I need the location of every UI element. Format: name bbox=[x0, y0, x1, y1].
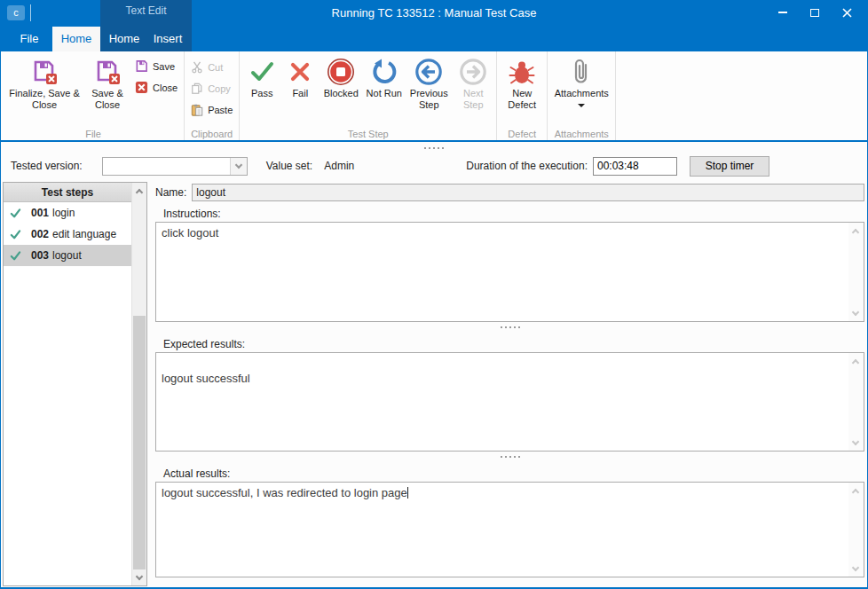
actual-results-textbox[interactable]: logout successful, I was redirected to l… bbox=[155, 482, 864, 577]
close-file-button[interactable]: Close bbox=[131, 79, 181, 96]
paperclip-icon bbox=[568, 56, 595, 88]
instructions-textbox[interactable]: click logout bbox=[155, 222, 864, 322]
ribbon-splitter-handle[interactable] bbox=[1, 142, 867, 153]
new-defect-button[interactable]: New Defect bbox=[500, 53, 544, 111]
finalize-save-close-icon bbox=[30, 56, 59, 88]
scrollbar-thumb[interactable] bbox=[133, 316, 146, 569]
scroll-down-arrow[interactable] bbox=[132, 570, 146, 585]
scroll-down-arrow[interactable] bbox=[848, 562, 863, 575]
name-label: Name: bbox=[155, 186, 186, 199]
save-close-button[interactable]: Save & Close bbox=[83, 53, 131, 111]
step-passed-check-icon bbox=[10, 250, 21, 262]
group-label-test-step: Test Step bbox=[240, 129, 496, 139]
group-label-attachments: Attachments bbox=[548, 129, 615, 139]
actual-results-label: Actual results: bbox=[163, 467, 864, 480]
next-step-label: Next Step bbox=[453, 88, 493, 111]
scroll-up-arrow[interactable] bbox=[848, 224, 863, 237]
test-step-row-002[interactable]: 002 edit language bbox=[4, 224, 131, 245]
step-number: 001 bbox=[31, 207, 49, 219]
scroll-down-arrow[interactable] bbox=[848, 307, 863, 319]
tab-file[interactable]: File bbox=[8, 27, 51, 51]
tab-contextual-home[interactable]: Home bbox=[103, 27, 146, 51]
value-set-value: Admin bbox=[324, 160, 354, 172]
attachments-dropdown-icon[interactable] bbox=[578, 104, 585, 107]
ribbon-group-attachments: Attachments Attachments bbox=[548, 51, 616, 140]
test-steps-scrollbar[interactable] bbox=[131, 183, 146, 585]
duration-label: Duration of the execution: bbox=[466, 160, 588, 172]
scroll-down-arrow[interactable] bbox=[848, 436, 863, 449]
scroll-up-arrow[interactable] bbox=[848, 355, 863, 367]
pass-label: Pass bbox=[251, 88, 272, 99]
finalize-save-close-label: Finalize, Save & Close bbox=[5, 88, 83, 111]
tab-home[interactable]: Home bbox=[52, 27, 100, 51]
step-label: edit language bbox=[52, 228, 116, 240]
name-input[interactable] bbox=[192, 184, 864, 201]
expected-results-text: logout successful bbox=[162, 372, 250, 385]
fail-label: Fail bbox=[292, 88, 308, 99]
cut-icon bbox=[191, 61, 203, 74]
finalize-save-close-button[interactable]: Finalize, Save & Close bbox=[5, 53, 83, 111]
not-run-icon bbox=[371, 56, 398, 88]
instructions-scrollbar[interactable] bbox=[848, 223, 864, 321]
copy-button[interactable]: Copy bbox=[187, 80, 236, 97]
group-label-defect: Defect bbox=[497, 129, 547, 139]
value-set-label: Value set: bbox=[266, 160, 312, 172]
pass-button[interactable]: Pass bbox=[242, 53, 281, 99]
step-detail-panel: Name: Instructions: click logout Expecte… bbox=[155, 182, 864, 586]
test-step-row-003[interactable]: 003 logout bbox=[4, 245, 131, 266]
attachments-button[interactable]: Attachments bbox=[550, 53, 612, 107]
duration-input[interactable] bbox=[593, 157, 677, 176]
not-run-button[interactable]: Not Run bbox=[363, 53, 405, 99]
scroll-up-arrow[interactable] bbox=[132, 184, 146, 198]
save-icon bbox=[135, 59, 148, 73]
next-step-button[interactable]: Next Step bbox=[453, 53, 493, 111]
text-cursor bbox=[407, 487, 408, 499]
execution-toolbar: Tested version: Value set: Admin Duratio… bbox=[1, 153, 867, 178]
window-title: Running TC 133512 : Manual Test Case bbox=[1, 6, 867, 20]
previous-step-button[interactable]: Previous Step bbox=[405, 53, 453, 111]
blocked-button[interactable]: Blocked bbox=[319, 53, 363, 99]
instructions-text: click logout bbox=[162, 226, 218, 240]
chevron-down-icon bbox=[234, 161, 241, 168]
fail-button[interactable]: Fail bbox=[281, 53, 319, 99]
maximize-icon bbox=[810, 9, 819, 17]
copy-icon bbox=[191, 82, 203, 95]
blocked-label: Blocked bbox=[324, 88, 359, 99]
section-splitter-handle[interactable] bbox=[155, 452, 864, 461]
paste-icon bbox=[191, 104, 203, 116]
maximize-button[interactable] bbox=[803, 4, 826, 21]
cut-label: Cut bbox=[208, 62, 223, 73]
tab-contextual-insert[interactable]: Insert bbox=[146, 27, 190, 51]
group-label-file: File bbox=[3, 129, 184, 139]
save-label: Save bbox=[153, 61, 175, 72]
expected-results-scrollbar[interactable] bbox=[848, 353, 864, 451]
ribbon-group-defect: New Defect Defect bbox=[497, 51, 548, 140]
actual-results-scrollbar[interactable] bbox=[848, 483, 864, 577]
save-button[interactable]: Save bbox=[131, 58, 181, 75]
step-passed-check-icon bbox=[10, 208, 21, 219]
step-label: logout bbox=[52, 249, 82, 262]
tested-version-combobox[interactable] bbox=[102, 157, 248, 176]
bug-icon bbox=[509, 56, 535, 88]
test-step-row-001[interactable]: 001 login bbox=[4, 202, 131, 224]
cut-button[interactable]: Cut bbox=[187, 59, 236, 75]
stop-timer-button[interactable]: Stop timer bbox=[690, 156, 769, 177]
paste-label: Paste bbox=[208, 105, 233, 115]
app-window: Text Edit c Running TC 133512 : Manual T… bbox=[0, 0, 868, 589]
expected-results-textbox[interactable]: logout successful bbox=[155, 352, 864, 452]
title-bar: Text Edit c Running TC 133512 : Manual T… bbox=[1, 0, 867, 51]
fail-icon bbox=[288, 56, 312, 88]
minimize-button[interactable] bbox=[771, 4, 794, 21]
section-splitter-handle[interactable] bbox=[155, 322, 864, 332]
pass-icon bbox=[249, 56, 275, 88]
close-button[interactable] bbox=[835, 4, 858, 21]
next-step-icon bbox=[459, 56, 487, 88]
paste-button[interactable]: Paste bbox=[187, 101, 236, 118]
blocked-icon bbox=[327, 56, 355, 88]
close-file-icon bbox=[135, 81, 148, 94]
tested-version-dropdown-button[interactable] bbox=[230, 158, 247, 175]
test-steps-panel: Test steps 001 login 002 edit language bbox=[3, 182, 147, 586]
ribbon-group-clipboard: Cut Copy Paste bbox=[185, 51, 240, 140]
scroll-up-arrow[interactable] bbox=[848, 484, 863, 497]
actual-results-text: logout successful, I was redirected to l… bbox=[162, 486, 407, 499]
